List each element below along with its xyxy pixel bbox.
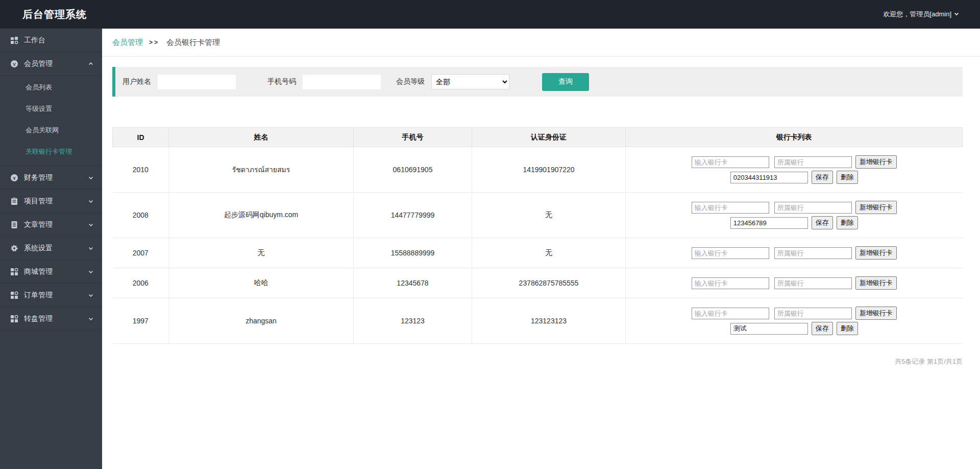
add-bank-card-button[interactable]: 新增银行卡 (855, 276, 897, 290)
add-bank-card-button[interactable]: 新增银行卡 (855, 307, 897, 320)
column-header: 认证身份证 (472, 128, 626, 147)
chevron-down-icon (953, 11, 960, 18)
user-menu[interactable]: 欢迎您，管理员[admin] (883, 10, 960, 19)
sidebar-item-article[interactable]: 文章管理 (0, 213, 102, 237)
pagination-summary: 共5条记录 第1页/共1页 (112, 357, 963, 366)
bank-card-number-input[interactable] (692, 202, 769, 214)
chevron-down-icon (88, 198, 94, 204)
order-icon (10, 291, 18, 299)
cell-name: 无 (169, 238, 354, 268)
mall-icon (10, 268, 18, 276)
column-header: 姓名 (169, 128, 354, 147)
save-button[interactable]: 保存 (812, 216, 833, 229)
sidebar-item-member[interactable]: V会员管理 (0, 52, 102, 76)
sidebar-nav: 工作台V会员管理会员列表等级设置会员关联网关联银行卡管理¥财务管理项目管理文章管… (0, 29, 102, 331)
table-row: 1997zhangsan123123123123123新增银行卡保存删除 (113, 298, 963, 344)
settings-icon (10, 244, 18, 252)
bank-card-value-input[interactable] (730, 323, 808, 335)
chevron-down-icon (88, 175, 94, 181)
bank-card-add-line: 新增银行卡 (628, 276, 961, 290)
delete-button[interactable]: 删除 (837, 171, 858, 184)
chevron-down-icon (88, 245, 94, 251)
breadcrumb-separator: >> (149, 39, 159, 46)
bank-card-number-input[interactable] (692, 247, 769, 259)
bank-card-edit-line: 保存删除 (628, 322, 961, 335)
sidebar-item-label: 系统设置 (24, 244, 53, 253)
welcome-text: 欢迎您，管理员[admin] (883, 10, 951, 19)
bank-card-cell: 新增银行卡保存删除 (626, 147, 963, 193)
cell-phone: 15588889999 (354, 238, 472, 268)
svg-text:V: V (13, 61, 16, 66)
cell-phone: 12345678 (354, 268, 472, 298)
sidebar-subitem[interactable]: 会员关联网 (0, 120, 102, 141)
bank-card-number-input[interactable] (692, 308, 769, 319)
bank-card-number-input[interactable] (692, 156, 769, 168)
cell-id: 2007 (113, 238, 169, 268)
sidebar-subitem[interactable]: 会员列表 (0, 77, 102, 98)
bank-card-value-input[interactable] (730, 217, 808, 229)
article-icon (10, 221, 18, 229)
bank-card-number-input[interactable] (692, 277, 769, 289)
bank-card-cell: 新增银行卡 (626, 268, 963, 298)
sidebar-item-mall[interactable]: 商城管理 (0, 260, 102, 284)
cell-id: 2010 (113, 147, 169, 193)
breadcrumb-parent-link[interactable]: 会员管理 (112, 38, 143, 48)
sidebar-item-order[interactable]: 订单管理 (0, 284, 102, 307)
table-row: 2006哈哈12345678237862875785555新增银行卡 (113, 268, 963, 298)
level-filter-label: 会员等级 (396, 77, 425, 86)
cell-name: 哈哈 (169, 268, 354, 298)
sidebar-item-settings[interactable]: 系统设置 (0, 237, 102, 260)
bank-name-input[interactable] (774, 277, 852, 289)
table-row: 2008起步源码网qibuym.com14477779999无新增银行卡保存删除 (113, 193, 963, 238)
table-header-row: ID姓名手机号认证身份证银行卡列表 (113, 128, 963, 147)
chevron-down-icon (88, 316, 94, 322)
bank-name-input[interactable] (774, 308, 852, 319)
bank-card-value-input[interactable] (730, 172, 808, 183)
svg-text:¥: ¥ (13, 175, 15, 180)
add-bank-card-button[interactable]: 新增银行卡 (855, 246, 897, 260)
chevron-down-icon (88, 222, 94, 228)
bank-card-cell: 新增银行卡保存删除 (626, 193, 963, 238)
cell-idcard: 无 (472, 238, 626, 268)
member-icon: V (10, 60, 18, 68)
add-bank-card-button[interactable]: 新增银行卡 (855, 201, 897, 214)
save-button[interactable]: 保存 (812, 322, 833, 335)
bank-card-edit-line: 保存删除 (628, 216, 961, 229)
bank-card-add-line: 新增银行卡 (628, 155, 961, 169)
bank-card-add-line: 新增银行卡 (628, 201, 961, 214)
sidebar-item-label: 工作台 (24, 36, 45, 45)
project-icon (10, 197, 18, 205)
cell-id: 2008 (113, 193, 169, 238)
cell-phone: 14477779999 (354, 193, 472, 238)
add-bank-card-button[interactable]: 新增银行卡 (855, 155, 897, 169)
sidebar-subitem[interactable]: 等级设置 (0, 98, 102, 120)
breadcrumb: 会员管理 >> 会员银行卡管理 (102, 29, 980, 57)
sidebar-subitem[interactable]: 关联银行卡管理 (0, 141, 102, 162)
cell-idcard: 237862875785555 (472, 268, 626, 298)
sidebar-item-wheel[interactable]: 转盘管理 (0, 307, 102, 331)
save-button[interactable]: 保存 (812, 171, 833, 184)
cell-name: รัชดาภรณ์สายสมร (169, 147, 354, 193)
search-button[interactable]: 查询 (542, 73, 589, 91)
bank-name-input[interactable] (774, 247, 852, 259)
cell-phone: 123123 (354, 298, 472, 344)
delete-button[interactable]: 删除 (837, 216, 858, 229)
sidebar-item-finance[interactable]: ¥财务管理 (0, 166, 102, 190)
name-filter-input[interactable] (158, 75, 236, 89)
sidebar-item-workbench[interactable]: 工作台 (0, 29, 102, 52)
chevron-down-icon (88, 292, 94, 298)
sidebar-item-label: 财务管理 (24, 173, 53, 182)
delete-button[interactable]: 删除 (837, 322, 858, 335)
bank-name-input[interactable] (774, 156, 852, 168)
cell-idcard: 无 (472, 193, 626, 238)
phone-filter-input[interactable] (303, 75, 381, 89)
bank-card-add-line: 新增银行卡 (628, 246, 961, 260)
bank-name-input[interactable] (774, 202, 852, 214)
workbench-icon (10, 36, 18, 44)
cell-name: zhangsan (169, 298, 354, 344)
sidebar-item-project[interactable]: 项目管理 (0, 190, 102, 213)
chevron-down-icon (88, 269, 94, 275)
level-filter-select[interactable]: 全部 (431, 74, 509, 89)
sidebar-item-label: 商城管理 (24, 267, 53, 276)
breadcrumb-current: 会员银行卡管理 (166, 38, 220, 48)
